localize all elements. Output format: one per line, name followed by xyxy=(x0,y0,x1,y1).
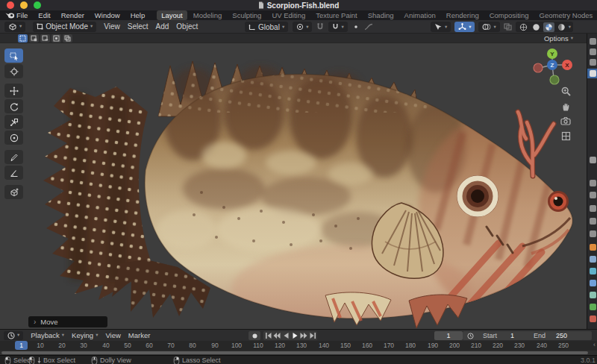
close-window-button[interactable] xyxy=(7,1,14,9)
menu-view[interactable]: View xyxy=(104,22,120,31)
properties-tab-output-icon[interactable] xyxy=(590,192,596,198)
current-frame-field[interactable]: 1 xyxy=(434,331,463,340)
proportional-edit-icon[interactable] xyxy=(352,23,360,31)
viewport-canvas[interactable] xyxy=(0,43,587,329)
gizmo-axis-y-neg[interactable] xyxy=(550,75,559,84)
xray-icon[interactable] xyxy=(504,23,512,31)
shading-solid-icon[interactable] xyxy=(531,22,542,32)
shading-material-icon[interactable] xyxy=(543,22,554,32)
playhead[interactable]: 1 xyxy=(15,341,28,350)
menu-select[interactable]: Select xyxy=(128,22,149,31)
scrollbar-thumb[interactable] xyxy=(1,351,588,354)
select-mode-intersect-icon[interactable] xyxy=(63,34,72,43)
properties-tab-modifiers-icon[interactable] xyxy=(590,256,596,263)
shading-rendered-icon[interactable] xyxy=(556,22,567,32)
menu-help[interactable]: Help xyxy=(131,11,146,19)
zoom-button[interactable] xyxy=(560,85,572,97)
properties-tab-render-icon[interactable] xyxy=(590,180,596,186)
properties-tab-viewlayer-icon[interactable] xyxy=(590,205,596,212)
properties-tab-object-icon[interactable] xyxy=(590,244,596,251)
properties-tab-data-icon[interactable] xyxy=(590,304,596,310)
tab-geometry-nodes[interactable]: Geometry Nodes xyxy=(535,10,597,20)
auto-keying-button[interactable] xyxy=(249,331,260,340)
tab-compositing[interactable]: Compositing xyxy=(485,10,534,20)
navigation-gizmo[interactable]: Y X Z xyxy=(530,46,573,88)
scale-icon xyxy=(10,118,19,127)
fish-object[interactable] xyxy=(43,61,587,329)
menu-edit[interactable]: Edit xyxy=(38,11,50,19)
tab-animation[interactable]: Animation xyxy=(400,10,440,20)
falloff-curve-icon[interactable] xyxy=(364,23,373,31)
tool-select-box[interactable] xyxy=(4,48,23,63)
select-mode-set-icon[interactable] xyxy=(18,34,28,43)
viewport-3d[interactable]: Y X Z xyxy=(0,43,587,329)
menu-object[interactable]: Object xyxy=(176,22,198,31)
start-frame-field[interactable]: 1 xyxy=(510,332,514,339)
outliner-selected-row[interactable] xyxy=(587,69,597,78)
properties-tab-world-icon[interactable] xyxy=(590,230,596,237)
tab-uv-editing[interactable]: UV Editing xyxy=(267,10,310,20)
shading-wireframe-icon[interactable] xyxy=(518,22,529,32)
play-button[interactable] xyxy=(290,331,299,340)
tool-transform[interactable] xyxy=(4,131,23,145)
tool-add-cube[interactable] xyxy=(4,185,23,199)
properties-tab-material-icon[interactable] xyxy=(590,316,596,322)
zoom-window-button[interactable] xyxy=(34,1,41,9)
select-mode-extend-icon[interactable] xyxy=(29,34,39,43)
ortho-toggle-button[interactable] xyxy=(560,130,572,142)
options-dropdown[interactable]: Options ▾ xyxy=(544,34,573,43)
pan-button[interactable] xyxy=(560,100,572,112)
tab-modeling[interactable]: Modeling xyxy=(189,10,227,20)
object-visibility-dropdown[interactable]: ▾ xyxy=(431,22,451,32)
tool-rotate[interactable] xyxy=(4,99,23,113)
jump-to-start-button[interactable] xyxy=(263,331,272,340)
menu-tl-view[interactable]: View xyxy=(105,331,120,339)
operator-panel[interactable]: › Move xyxy=(28,316,107,327)
camera-view-button[interactable] xyxy=(560,115,572,127)
menu-playback[interactable]: Playback▾ xyxy=(31,331,64,339)
play-reverse-button[interactable] xyxy=(281,331,290,340)
properties-tab-particles-icon[interactable] xyxy=(590,268,596,274)
select-mode-invert-icon[interactable] xyxy=(51,34,61,43)
select-mode-subtract-icon[interactable] xyxy=(40,34,50,43)
tab-shading[interactable]: Shading xyxy=(363,10,398,20)
mode-dropdown[interactable]: Object Mode ▾ xyxy=(33,22,96,32)
show-overlays-dropdown[interactable]: ▾ xyxy=(478,22,499,32)
editor-type-button[interactable]: ▾ xyxy=(4,22,25,32)
tool-cursor[interactable] xyxy=(4,64,23,78)
menu-render[interactable]: Render xyxy=(61,11,84,19)
properties-tab-scene-icon[interactable] xyxy=(590,218,596,225)
menu-window[interactable]: Window xyxy=(95,11,120,19)
tab-layout[interactable]: Layout xyxy=(157,10,187,20)
properties-tab-physics-icon[interactable] xyxy=(590,280,596,286)
tab-texture-paint[interactable]: Texture Paint xyxy=(311,10,361,20)
tool-scale[interactable] xyxy=(4,115,23,129)
tab-rendering[interactable]: Rendering xyxy=(442,10,484,20)
snap-magnet-icon[interactable] xyxy=(316,23,324,31)
gizmo-axis-x-neg[interactable] xyxy=(534,63,543,72)
tool-annotate[interactable] xyxy=(4,150,23,164)
transform-orientation-dropdown[interactable]: Global ▾ xyxy=(245,22,288,32)
show-gizmo-toggle[interactable]: ▾ xyxy=(454,22,475,32)
timeline-ruler[interactable]: 10 20 30 40 50 60 70 80 90 100 110 120 1… xyxy=(0,341,597,351)
timeline-editor-type-button[interactable]: ▾ xyxy=(4,331,23,340)
menu-add[interactable]: Add xyxy=(156,22,169,31)
expand-icon[interactable]: › xyxy=(34,318,36,326)
tool-move[interactable] xyxy=(4,84,23,98)
jump-to-end-button[interactable] xyxy=(308,331,317,340)
menu-file[interactable]: File xyxy=(16,11,28,19)
menu-marker[interactable]: Marker xyxy=(128,331,151,339)
next-keyframe-button[interactable] xyxy=(299,331,308,340)
end-frame-field[interactable]: 250 xyxy=(556,332,567,339)
right-editors-strip[interactable] xyxy=(587,34,597,329)
blender-logo[interactable] xyxy=(5,12,15,19)
collapse-icon[interactable]: ‹ xyxy=(593,341,596,348)
tool-measure[interactable] xyxy=(4,166,23,180)
menu-keying[interactable]: Keying▾ xyxy=(72,331,98,339)
pivot-point-dropdown[interactable]: ▾ xyxy=(293,22,312,32)
snap-settings-dropdown[interactable]: ▾ xyxy=(328,22,347,32)
tab-sculpting[interactable]: Sculpting xyxy=(228,10,266,20)
prev-keyframe-button[interactable] xyxy=(272,331,281,340)
properties-tab-constraints-icon[interactable] xyxy=(590,292,596,298)
minimize-window-button[interactable] xyxy=(20,1,28,9)
